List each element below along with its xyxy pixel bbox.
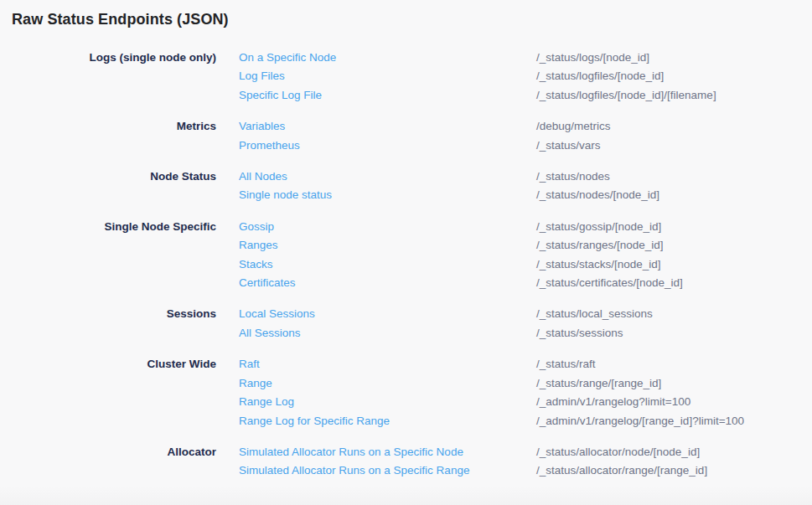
endpoint-url: /_status/stacks/[node_id] <box>536 255 800 274</box>
endpoint-url: /_status/local_sessions <box>536 305 800 323</box>
endpoint-url: /_status/logfiles/[node_id]/[filename] <box>536 86 800 105</box>
endpoint-urls-column: /_status/allocator/node/[node_id]/_statu… <box>536 443 800 481</box>
endpoint-link[interactable]: Ranges <box>239 236 536 255</box>
endpoint-group: AllocatorSimulated Allocator Runs on a S… <box>12 443 800 481</box>
category-label: Sessions <box>12 305 216 323</box>
endpoint-link[interactable]: All Nodes <box>239 167 536 186</box>
endpoint-link[interactable]: Gossip <box>239 218 536 236</box>
endpoint-links-column: All NodesSingle node status <box>239 167 536 205</box>
category-label: Node Status <box>12 167 216 186</box>
endpoint-links-column: VariablesPrometheus <box>239 117 536 155</box>
endpoint-url: /_status/nodes/[node_id] <box>536 186 800 204</box>
endpoint-group: Node StatusAll NodesSingle node status/_… <box>12 167 800 205</box>
endpoint-url: /_status/allocator/range/[range_id] <box>536 461 800 480</box>
endpoint-urls-column: /_status/logs/[node_id]/_status/logfiles… <box>536 49 800 105</box>
endpoint-links-column: GossipRangesStacksCertificates <box>239 218 536 293</box>
endpoint-links-column: On a Specific NodeLog FilesSpecific Log … <box>239 49 536 105</box>
endpoint-table: Logs (single node only)On a Specific Nod… <box>12 49 800 481</box>
endpoint-url: /_status/raft <box>536 355 800 374</box>
endpoint-url: /_status/sessions <box>536 324 800 343</box>
endpoint-link[interactable]: All Sessions <box>239 324 536 343</box>
endpoint-link[interactable]: On a Specific Node <box>239 49 536 67</box>
endpoint-link[interactable]: Range Log <box>239 393 536 411</box>
category-label: Cluster Wide <box>12 355 216 374</box>
category-label: Logs (single node only) <box>12 49 216 67</box>
endpoint-url: /debug/metrics <box>536 117 800 136</box>
endpoint-url: /_admin/v1/rangelog?limit=100 <box>536 393 800 411</box>
endpoint-url: /_status/ranges/[node_id] <box>536 236 800 255</box>
endpoint-link[interactable]: Prometheus <box>239 137 536 155</box>
endpoint-links-column: RaftRangeRange LogRange Log for Specific… <box>239 355 536 430</box>
endpoint-url: /_admin/v1/rangelog/[range_id]?limit=100 <box>536 412 800 430</box>
endpoint-group: Logs (single node only)On a Specific Nod… <box>12 49 800 105</box>
endpoint-url: /_status/logfiles/[node_id] <box>536 67 800 85</box>
endpoint-urls-column: /_status/gossip/[node_id]/_status/ranges… <box>536 218 800 293</box>
endpoint-group: Single Node SpecificGossipRangesStacksCe… <box>12 218 800 293</box>
category-label: Single Node Specific <box>12 218 216 236</box>
endpoint-url: /_status/allocator/node/[node_id] <box>536 443 800 461</box>
endpoint-link[interactable]: Variables <box>239 117 536 136</box>
page-title: Raw Status Endpoints (JSON) <box>12 11 800 28</box>
category-label: Allocator <box>12 443 216 461</box>
endpoint-links-column: Simulated Allocator Runs on a Specific N… <box>239 443 536 481</box>
endpoint-url: /_status/vars <box>536 137 800 155</box>
endpoint-urls-column: /_status/raft/_status/range/[range_id]/_… <box>536 355 800 430</box>
debug-page-content: Raw Status Endpoints (JSON) Logs (single… <box>0 0 812 481</box>
bottom-edge-shade <box>0 485 812 505</box>
endpoint-link[interactable]: Range <box>239 374 536 393</box>
endpoint-link[interactable]: Single node status <box>239 186 536 204</box>
endpoint-group: MetricsVariablesPrometheus/debug/metrics… <box>12 117 800 155</box>
endpoint-link[interactable]: Certificates <box>239 274 536 292</box>
endpoint-link[interactable]: Simulated Allocator Runs on a Specific N… <box>239 443 536 461</box>
endpoint-url: /_status/gossip/[node_id] <box>536 218 800 236</box>
endpoint-links-column: Local SessionsAll Sessions <box>239 305 536 343</box>
endpoint-link[interactable]: Simulated Allocator Runs on a Specific R… <box>239 461 536 480</box>
endpoint-link[interactable]: Specific Log File <box>239 86 536 105</box>
endpoint-url: /_status/range/[range_id] <box>536 374 800 393</box>
endpoint-group: Cluster WideRaftRangeRange LogRange Log … <box>12 355 800 430</box>
endpoint-link[interactable]: Raft <box>239 355 536 374</box>
endpoint-url: /_status/logs/[node_id] <box>536 49 800 67</box>
endpoint-url: /_status/certificates/[node_id] <box>536 274 800 292</box>
endpoint-link[interactable]: Local Sessions <box>239 305 536 323</box>
endpoint-urls-column: /debug/metrics/_status/vars <box>536 117 800 155</box>
endpoint-urls-column: /_status/local_sessions/_status/sessions <box>536 305 800 343</box>
endpoint-group: SessionsLocal SessionsAll Sessions/_stat… <box>12 305 800 343</box>
endpoint-link[interactable]: Log Files <box>239 67 536 85</box>
endpoint-url: /_status/nodes <box>536 167 800 186</box>
endpoint-link[interactable]: Stacks <box>239 255 536 274</box>
endpoint-link[interactable]: Range Log for Specific Range <box>239 412 536 430</box>
endpoint-urls-column: /_status/nodes/_status/nodes/[node_id] <box>536 167 800 205</box>
category-label: Metrics <box>12 117 216 136</box>
